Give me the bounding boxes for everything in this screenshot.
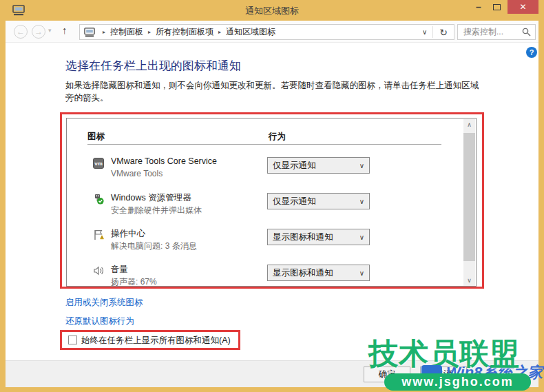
navigation-toolbar: ← → ▾ ↑ ▸ 控制面板 ▸ 所有控制面板项 ▸ 通知区域图标 ∨ ↻ — [6, 21, 538, 43]
behavior-value: 显示图标和通知 — [273, 267, 333, 279]
behavior-select[interactable]: 仅显示通知 ∨ — [267, 193, 370, 209]
vmware-icon: vm — [93, 158, 104, 169]
breadcrumb-control-panel[interactable]: 控制面板 — [110, 26, 143, 38]
scroll-up-icon[interactable]: ∧ — [463, 119, 475, 131]
chevron-down-icon: ∨ — [359, 198, 364, 205]
always-show-checkbox-label: 始终在任务栏上显示所有图标和通知(A) — [81, 335, 231, 347]
chevron-down-icon: ∨ — [359, 234, 364, 241]
watermark-url-badge: www.jsgho.com — [384, 373, 531, 391]
chevron-down-icon: ∨ — [359, 269, 364, 277]
notification-area-icons-window: 通知区域图标 – ✕ ← → ▾ ↑ ▸ 控制面板 ▸ 所有控制面板项 ▸ — [0, 0, 544, 392]
row-subtitle: 解决电脑问题: 3 条消息 — [111, 240, 197, 252]
scrollbar-thumb[interactable] — [463, 133, 475, 261]
behavior-value: 仅显示通知 — [273, 196, 316, 207]
always-show-checkbox[interactable] — [68, 336, 77, 344]
maximize-button[interactable] — [488, 0, 505, 14]
page-title: 选择在任务栏上出现的图标和通知 — [65, 58, 241, 74]
help-icon[interactable]: ? — [526, 47, 537, 58]
icon-behavior-list: 图标 行为 vm VMware Tools Core Service VMwar… — [66, 118, 477, 287]
column-header-behavior: 行为 — [269, 131, 286, 143]
breadcrumb-separator-icon: ▸ — [103, 29, 105, 35]
refresh-icon[interactable]: ↻ — [433, 27, 454, 38]
maximize-icon — [493, 4, 501, 10]
chevron-down-icon: ∨ — [359, 162, 364, 169]
breadcrumb-separator-icon: ▸ — [148, 29, 151, 35]
link-system-icons[interactable]: 启用或关闭系统图标 — [65, 297, 143, 309]
behavior-value: 仅显示通知 — [273, 160, 316, 172]
scroll-down-icon[interactable]: ∨ — [463, 275, 475, 287]
titlebar: 通知区域图标 – ✕ — [0, 0, 544, 21]
safely-remove-hardware-icon — [93, 194, 104, 205]
up-button[interactable]: ↑ — [62, 24, 67, 36]
address-bar[interactable]: ▸ 控制面板 ▸ 所有控制面板项 ▸ 通知区域图标 ∨ ↻ — [79, 24, 454, 40]
row-subtitle: 安全删除硬件并弹出媒体 — [111, 205, 202, 216]
computer-icon — [84, 28, 95, 37]
scrollbar[interactable]: ∧ ∨ — [463, 119, 475, 287]
volume-speaker-icon — [93, 265, 104, 276]
forward-button[interactable]: → — [32, 25, 45, 39]
breadcrumb-notification-icons[interactable]: 通知区域图标 — [226, 26, 275, 38]
page-description: 如果选择隐藏图标和通知，则不会向你通知更改和更新。若要随时查看隐藏的图标，请单击… — [65, 80, 479, 105]
search-input[interactable]: 搜索控制... — [457, 24, 536, 40]
action-center-flag-icon — [93, 229, 104, 240]
recent-pages-dropdown-icon[interactable]: ▾ — [48, 27, 52, 34]
back-button[interactable]: ← — [14, 25, 28, 39]
breadcrumb-separator-icon: ▸ — [218, 29, 221, 35]
close-button[interactable]: ✕ — [508, 0, 538, 14]
client-area: ← → ▾ ↑ ▸ 控制面板 ▸ 所有控制面板项 ▸ 通知区域图标 ∨ ↻ — [6, 21, 538, 387]
address-dropdown-icon[interactable]: ∨ — [417, 28, 432, 36]
behavior-select[interactable]: 仅显示通知 ∨ — [267, 157, 370, 174]
window-title: 通知区域图标 — [0, 5, 544, 17]
column-header-icon: 图标 — [87, 131, 105, 143]
svg-text:vm: vm — [94, 161, 103, 167]
row-subtitle: VMware Tools — [111, 169, 163, 178]
breadcrumb-all-items[interactable]: 所有控制面板项 — [156, 26, 213, 38]
row-title[interactable]: 操作中心 — [111, 228, 145, 240]
behavior-select[interactable]: 显示图标和通知 ∨ — [267, 229, 370, 245]
row-title[interactable]: VMware Tools Core Service — [111, 156, 217, 166]
watermark-title: 技术员联盟 — [368, 334, 520, 374]
link-restore-defaults[interactable]: 还原默认图标行为 — [65, 316, 134, 327]
header-underline — [87, 144, 441, 145]
search-placeholder: 搜索控制... — [458, 26, 522, 38]
minimize-button[interactable]: – — [470, 0, 488, 14]
row-title[interactable]: 音量 — [111, 264, 128, 276]
behavior-value: 显示图标和通知 — [273, 231, 333, 243]
search-icon — [522, 28, 531, 37]
row-title[interactable]: Windows 资源管理器 — [111, 192, 191, 204]
row-subtitle: 扬声器: 67% — [111, 276, 157, 287]
behavior-select[interactable]: 显示图标和通知 ∨ — [267, 265, 370, 281]
